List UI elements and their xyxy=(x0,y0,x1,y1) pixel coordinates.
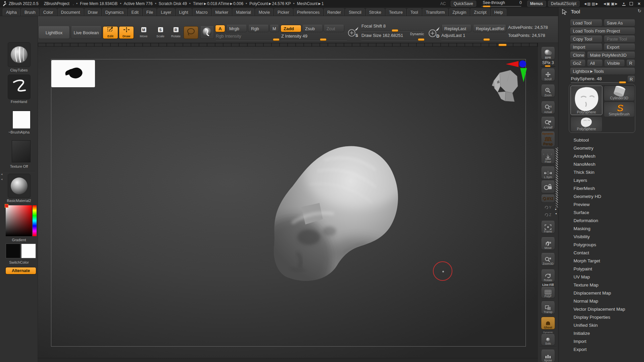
load-tool-button[interactable]: Load Tool xyxy=(570,19,602,27)
main-color-swatch[interactable] xyxy=(6,244,20,258)
document-tray-handle[interactable] xyxy=(498,44,507,46)
actual-button[interactable]: x1 Actual xyxy=(541,101,555,114)
zsub-button[interactable]: Zsub xyxy=(302,25,323,32)
menu-item[interactable]: Material xyxy=(233,8,254,16)
scale-button[interactable]: S Scale xyxy=(154,26,167,39)
goz-visible-button[interactable]: Visible xyxy=(604,60,625,67)
menu-item[interactable]: Help xyxy=(491,8,506,16)
rotate-y-button[interactable]: Y xyxy=(541,204,555,211)
clone-button[interactable]: Clone xyxy=(570,52,586,59)
menu-item[interactable]: Preferences xyxy=(294,8,323,16)
replay-last-button[interactable]: ReplayLast xyxy=(441,25,472,32)
menu-item[interactable]: Render xyxy=(324,8,344,16)
rgb-button[interactable]: Rgb xyxy=(248,25,269,32)
panel-collapse-icon[interactable]: ◄ xyxy=(555,212,557,215)
goz-r-button[interactable]: R xyxy=(626,60,635,67)
aahalf-button[interactable]: AAHalf xyxy=(541,117,555,130)
subpalette-item[interactable]: Unified Skin xyxy=(558,321,644,329)
current-brush-button[interactable] xyxy=(8,42,31,67)
save-as-button[interactable]: Save As xyxy=(604,19,635,27)
z-intensity-handle[interactable] xyxy=(320,38,327,41)
stroke-curve-s-button[interactable]: S xyxy=(346,25,360,38)
subpalette-item[interactable]: Polypaint xyxy=(558,265,644,273)
xpose-button[interactable]: Xpose xyxy=(541,350,555,362)
current-color-swatch[interactable] xyxy=(5,204,8,208)
subpalette-item[interactable]: Texture Map xyxy=(558,281,644,289)
move-nav-button[interactable]: Move xyxy=(541,237,555,250)
load-tools-from-project-button[interactable]: Load Tools From Project xyxy=(570,28,635,35)
default-zscript-button[interactable]: DefaultZScript xyxy=(548,1,580,7)
alternate-button[interactable]: Alternate xyxy=(5,267,36,274)
m-button[interactable]: M xyxy=(269,25,279,32)
menu-item[interactable]: Draw xyxy=(85,8,101,16)
subpalette-item[interactable]: Masking xyxy=(558,225,644,233)
replay-last-rel-button[interactable]: ReplayLastRel xyxy=(473,25,506,32)
lsym-button[interactable]: L.Sym xyxy=(541,166,555,179)
z-intensity-slider[interactable] xyxy=(281,39,347,40)
stroke-curve-d-button[interactable]: D xyxy=(427,25,441,39)
menu-item[interactable]: Movie xyxy=(255,8,273,16)
see-through-slider[interactable]: See-through 0 xyxy=(482,0,523,7)
menu-item[interactable]: Stencil xyxy=(345,8,365,16)
move-button[interactable]: M Move xyxy=(137,26,150,39)
zoom-button[interactable]: Zoom xyxy=(541,85,555,97)
lightbox-tools-button[interactable]: Lightbox►Tools xyxy=(570,68,635,75)
draw-button[interactable]: Draw xyxy=(119,26,134,39)
focal-shift-slider[interactable] xyxy=(361,30,424,31)
subpalette-item[interactable]: Thick Skin xyxy=(558,168,644,176)
menu-item[interactable]: Layer xyxy=(157,8,175,16)
rotate-nav-button[interactable]: Rotate xyxy=(541,269,555,282)
stroke-picker-button[interactable] xyxy=(184,26,198,39)
subpalette-item[interactable]: ArrayMesh xyxy=(558,152,644,160)
current-stroke-button[interactable] xyxy=(8,74,31,99)
copy-tool-button[interactable]: Copy Tool xyxy=(570,36,602,43)
alpha-channel-button[interactable]: A xyxy=(215,25,225,32)
zcut-button[interactable]: Zcut xyxy=(324,25,344,32)
zadd-button[interactable]: Zadd xyxy=(281,25,301,32)
menu-item[interactable]: Edit xyxy=(128,8,142,16)
scroll-button[interactable]: Scroll xyxy=(541,68,555,81)
menu-item[interactable]: Document xyxy=(58,8,84,16)
menu-item[interactable]: Color xyxy=(40,8,57,16)
subpalette-item[interactable]: Subtool xyxy=(558,136,644,144)
restore-icon[interactable] xyxy=(630,2,633,5)
make-polymesh3d-button[interactable]: Make PolyMesh3D xyxy=(587,52,635,59)
adjust-last-slider[interactable] xyxy=(441,39,506,40)
spix-handle[interactable] xyxy=(545,65,551,67)
active-tool-slider-handle[interactable] xyxy=(619,81,626,84)
subpalette-item[interactable]: Deformation xyxy=(558,217,644,225)
adjust-last-handle[interactable] xyxy=(483,38,490,41)
current-texture-button[interactable] xyxy=(12,140,31,162)
subpalette-item[interactable]: UV Map xyxy=(558,273,644,281)
color-hue-strip[interactable] xyxy=(33,205,37,236)
subpalette-item[interactable]: Export xyxy=(558,346,644,354)
color-sv-picker[interactable] xyxy=(6,205,32,236)
floor-button[interactable]: x y z Floor xyxy=(541,149,555,164)
ghost-button[interactable]: Ghost xyxy=(541,317,555,329)
local-transform-button[interactable] xyxy=(541,180,555,193)
subpalette-item[interactable]: Contact xyxy=(558,249,644,257)
menu-item[interactable]: Dynamics xyxy=(102,8,127,16)
axis-z-icon[interactable] xyxy=(519,60,526,67)
menu-item[interactable]: Picker xyxy=(274,8,293,16)
bpr-button[interactable]: BPR xyxy=(541,47,555,60)
subpalette-item[interactable]: Vector Displacement Map xyxy=(558,305,644,313)
rgb-intensity-slider[interactable] xyxy=(216,39,281,40)
menu-item[interactable]: Brush xyxy=(21,8,39,16)
axis-x-icon[interactable] xyxy=(506,61,518,67)
spix-slider[interactable]: SPix 3 xyxy=(538,60,558,65)
polyf-button[interactable]: PolyF xyxy=(541,287,555,298)
menu-item[interactable]: Stroke xyxy=(366,8,385,16)
subpalette-item[interactable]: Visibility xyxy=(558,233,644,241)
solo-button[interactable]: Solo xyxy=(541,334,555,346)
subpalette-item[interactable]: Preview xyxy=(558,201,644,209)
menu-item[interactable]: Tool xyxy=(407,8,422,16)
edit-button[interactable]: Edit xyxy=(103,26,118,39)
menu-item[interactable]: Macro xyxy=(193,8,211,16)
menu-item[interactable]: Zscript xyxy=(470,8,490,16)
current-material-button[interactable] xyxy=(8,174,31,198)
paste-tool-button[interactable]: Paste Tool xyxy=(604,36,635,43)
menu-item[interactable]: Light xyxy=(176,8,192,16)
menu-item[interactable]: Transform xyxy=(423,8,448,16)
draw-size-handle[interactable] xyxy=(418,38,425,41)
